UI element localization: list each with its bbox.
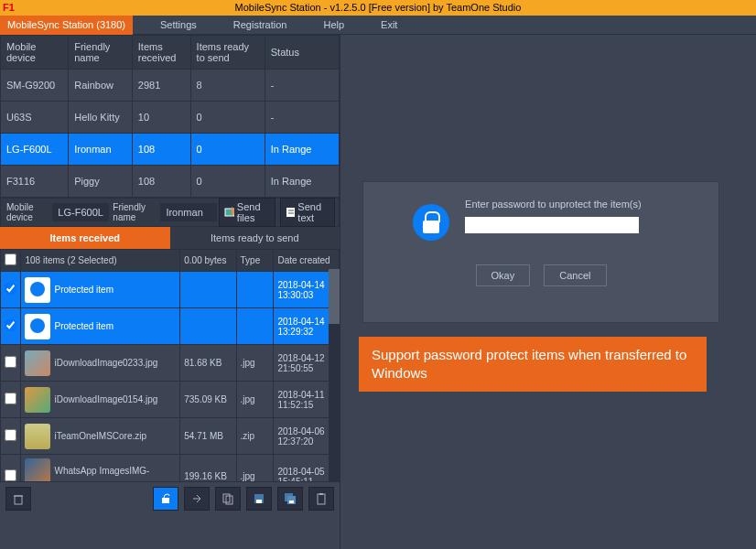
copy-icon [221, 492, 234, 505]
th-friendly: Friendly name [69, 36, 133, 70]
svg-rect-15 [319, 493, 323, 495]
titlebar-corner: F1 [3, 0, 15, 16]
menu-active[interactable]: MobileSync Station (3180) [0, 16, 133, 35]
file-checkbox[interactable] [5, 319, 16, 331]
menu-exit[interactable]: Exit [372, 16, 406, 33]
th-device: Mobile device [1, 36, 69, 70]
menubar: MobileSync Station (3180) Settings Regis… [0, 16, 756, 35]
file-checkbox[interactable] [5, 393, 16, 404]
infobar-dev-value: LG-F600L [52, 203, 109, 221]
svg-rect-1 [286, 208, 295, 217]
copy-button[interactable] [215, 487, 241, 511]
password-dialog: Enter password to unprotect the item(s) … [362, 181, 719, 323]
send-files-icon [224, 206, 233, 219]
th-status: Status [265, 36, 339, 70]
th-ready: Items ready to send [190, 36, 265, 70]
save-all-button[interactable] [277, 487, 303, 511]
unlock-button[interactable] [153, 487, 178, 511]
floppy-multi-icon [284, 492, 297, 505]
file-row[interactable]: iDownloadImage0154.jpg735.09 KB.jpg2018-… [1, 382, 340, 418]
file-row[interactable]: WhatsApp ImagesIMG-20180405-WA0004.jpg19… [1, 455, 340, 482]
file-toolbar [0, 481, 340, 514]
file-table: 108 items (2 Selected) 0.00 bytes Type D… [0, 249, 340, 481]
file-checkbox[interactable] [5, 283, 16, 295]
scrollbar-thumb[interactable] [329, 269, 340, 324]
send-text-icon [286, 206, 295, 219]
file-checkbox[interactable] [5, 429, 16, 441]
infobar-dev-label: Mobile device [5, 202, 50, 222]
device-row[interactable]: SM-G9200Rainbow29818- [1, 70, 340, 102]
delete-button[interactable] [5, 487, 31, 511]
trash-icon [12, 492, 25, 505]
tabbar: Items received Items ready to send [0, 227, 340, 249]
menu-help[interactable]: Help [314, 16, 353, 33]
svg-rect-10 [256, 500, 262, 503]
unlock-icon [413, 204, 449, 241]
svg-rect-6 [162, 498, 169, 503]
th-date[interactable]: Date created [274, 250, 340, 272]
th-checkbox[interactable] [1, 250, 21, 272]
cancel-button[interactable]: Cancel [544, 264, 606, 286]
titlebar-text: MobileSync Station - v1.2.5.0 [Free vers… [235, 2, 522, 13]
menu-settings[interactable]: Settings [151, 16, 206, 33]
file-thumb [25, 458, 50, 481]
file-thumb [25, 350, 50, 376]
dialog-message: Enter password to unprotect the item(s) [465, 199, 642, 210]
clipboard-icon [315, 492, 328, 505]
infobar-fn-value: Ironman [160, 203, 217, 221]
lock-icon [25, 277, 50, 303]
clipboard-button[interactable] [308, 487, 334, 511]
file-checkbox[interactable] [5, 356, 16, 368]
lock-icon [25, 314, 50, 339]
titlebar: F1 MobileSync Station - v1.2.5.0 [Free v… [0, 0, 756, 16]
th-type[interactable]: Type [236, 250, 274, 272]
file-row[interactable]: Protected item2018-04-14 13:29:32 [1, 308, 340, 345]
menu-registration[interactable]: Registration [224, 16, 297, 33]
save-as-button[interactable] [246, 487, 272, 511]
send-files-button[interactable]: Send files [219, 198, 275, 227]
callout: Support password protect items when tran… [359, 337, 707, 392]
device-row[interactable]: U63SHello Kitty100- [1, 102, 340, 134]
export-button[interactable] [184, 487, 210, 511]
file-row[interactable]: iTeamOneIMSCore.zip54.71 MB.zip2018-04-0… [1, 418, 340, 455]
svg-rect-4 [15, 496, 22, 504]
file-checkbox[interactable] [5, 469, 16, 481]
tab-items-received[interactable]: Items received [0, 227, 170, 249]
device-infobar: Mobile device LG-F600L Friendly name Iro… [0, 198, 340, 227]
file-thumb [25, 387, 50, 413]
device-row[interactable]: F3116Piggy1080In Range [1, 166, 340, 198]
th-summary[interactable]: 108 items (2 Selected) [21, 250, 180, 272]
th-received: Items received [132, 36, 190, 70]
file-row[interactable]: iDownloadImage0233.jpg81.68 KB.jpg2018-0… [1, 345, 340, 382]
svg-rect-14 [318, 494, 325, 504]
device-table: Mobile device Friendly name Items receiv… [0, 35, 340, 198]
tab-items-ready[interactable]: Items ready to send [170, 227, 340, 249]
svg-rect-13 [289, 501, 294, 503]
ok-button[interactable]: Okay [476, 264, 531, 286]
floppy-icon [253, 492, 265, 505]
scrollbar[interactable] [329, 269, 340, 481]
checkbox-all[interactable] [5, 253, 16, 265]
file-scroll: 108 items (2 Selected) 0.00 bytes Type D… [0, 249, 340, 481]
send-text-button[interactable]: Send text [280, 198, 335, 227]
file-thumb [25, 424, 50, 449]
password-input[interactable] [465, 217, 639, 233]
lock-icon [159, 492, 172, 505]
file-row[interactable]: Protected item2018-04-14 13:30:03 [1, 272, 340, 308]
arrow-right-icon [190, 492, 203, 505]
infobar-fn-label: Friendly name [111, 202, 158, 222]
th-size[interactable]: 0.00 bytes [180, 250, 236, 272]
device-row[interactable]: LG-F600LIronman1080In Range [1, 134, 340, 166]
